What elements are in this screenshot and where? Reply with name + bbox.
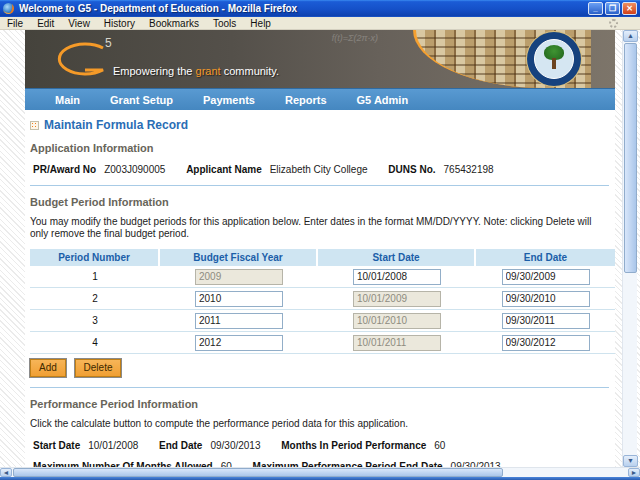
horizontal-scrollbar[interactable]: ◄ ► — [0, 467, 640, 477]
start-date-input-3[interactable] — [353, 313, 441, 329]
page-title: Maintain Formula Record — [30, 118, 609, 132]
start-date-input-1[interactable] — [353, 269, 441, 285]
delete-button[interactable]: Delete — [75, 359, 122, 377]
table-row: 1 — [30, 266, 615, 288]
throbber-icon — [609, 19, 618, 28]
scroll-up-arrow[interactable]: ▲ — [623, 30, 638, 42]
restore-button[interactable]: ❐ — [605, 2, 620, 15]
close-button[interactable]: ✕ — [622, 2, 637, 15]
col-budget-fiscal-year: Budget Fiscal Year — [160, 249, 318, 266]
add-button[interactable]: Add — [30, 359, 66, 377]
firefox-window: Welcome to G5 - Department of Education … — [0, 0, 640, 480]
scroll-down-arrow[interactable]: ▼ — [623, 455, 638, 467]
performance-instructions: Click the calculate button to compute th… — [30, 418, 608, 430]
menubar: File Edit View History Bookmarks Tools H… — [0, 17, 640, 30]
end-date-input-1[interactable] — [502, 269, 590, 285]
nav-g5-admin[interactable]: G5 Admin — [357, 94, 409, 106]
horizontal-scroll-thumb[interactable] — [13, 468, 503, 477]
window-title: Welcome to G5 - Department of Education … — [19, 3, 297, 14]
section-divider — [30, 185, 609, 186]
period-number: 4 — [30, 332, 160, 354]
g5-banner: f(t)=Σ(2π·x) 5 Empowering the grant comm… — [25, 30, 615, 88]
nav-grant-setup[interactable]: Grant Setup — [110, 94, 173, 106]
vertical-scroll-thumb[interactable] — [624, 43, 637, 273]
table-row: 4 — [30, 332, 615, 354]
end-date-value: 09/30/2013 — [210, 440, 260, 451]
budget-instructions: You may modify the budget periods for th… — [30, 216, 608, 240]
table-row: 2 — [30, 288, 615, 310]
page-content: Maintain Formula Record Application Info… — [25, 110, 615, 467]
end-date-label: End Date — [159, 440, 202, 451]
nav-payments[interactable]: Payments — [203, 94, 255, 106]
col-period-number: Period Number — [30, 249, 160, 266]
firefox-icon — [3, 3, 14, 14]
end-date-input-4[interactable] — [502, 335, 590, 351]
months-in-period-label: Months In Period Performance — [281, 440, 426, 451]
form-icon — [30, 121, 39, 130]
col-end-date: End Date — [476, 249, 615, 266]
table-header-row: Period Number Budget Fiscal Year Start D… — [30, 249, 615, 266]
nav-main[interactable]: Main — [55, 94, 80, 106]
start-date-input-4[interactable] — [353, 335, 441, 351]
budget-period-heading: Budget Period Information — [30, 196, 609, 208]
vertical-scrollbar[interactable]: ▲ ▼ — [622, 30, 637, 467]
performance-period-heading: Performance Period Information — [30, 398, 609, 410]
application-info-row: PR/Award NoZ003J090005 Applicant NameEli… — [33, 164, 609, 175]
performance-summary-row-1: Start Date10/01/2008 End Date09/30/2013 … — [33, 440, 609, 451]
menu-bookmarks[interactable]: Bookmarks — [142, 17, 206, 30]
period-number: 3 — [30, 310, 160, 332]
menu-view[interactable]: View — [61, 17, 97, 30]
col-start-date: Start Date — [318, 249, 476, 266]
fiscal-year-input-2[interactable] — [195, 291, 283, 307]
start-date-value: 10/01/2008 — [88, 440, 138, 451]
start-date-input-2[interactable] — [353, 291, 441, 307]
start-date-label: Start Date — [33, 440, 80, 451]
pr-award-value: Z003J090005 — [104, 164, 165, 175]
application-info-heading: Application Information — [30, 142, 609, 154]
duns-label: DUNS No. — [388, 164, 435, 175]
section-divider — [30, 387, 609, 388]
duns-value: 765432198 — [444, 164, 494, 175]
menu-edit[interactable]: Edit — [30, 17, 61, 30]
end-date-input-2[interactable] — [502, 291, 590, 307]
window-titlebar[interactable]: Welcome to G5 - Department of Education … — [0, 0, 640, 17]
page-viewport: f(t)=Σ(2π·x) 5 Empowering the grant comm… — [0, 30, 640, 467]
dept-of-education-seal-icon — [527, 32, 581, 86]
fiscal-year-input-4[interactable] — [195, 335, 283, 351]
period-number: 1 — [30, 266, 160, 288]
banner-tagline: Empowering the grant community. — [113, 65, 279, 77]
table-row: 3 — [30, 310, 615, 332]
budget-period-table: Period Number Budget Fiscal Year Start D… — [30, 249, 615, 354]
menu-file[interactable]: File — [0, 17, 30, 30]
minimize-button[interactable]: _ — [588, 2, 603, 15]
fiscal-year-input-1[interactable] — [195, 269, 283, 285]
end-date-input-3[interactable] — [502, 313, 590, 329]
scroll-right-arrow[interactable]: ► — [628, 468, 640, 477]
applicant-name-label: Applicant Name — [186, 164, 262, 175]
g5-logo-number: 5 — [105, 36, 112, 50]
chalkboard-formula: f(t)=Σ(2π·x) — [332, 33, 378, 43]
period-number: 2 — [30, 288, 160, 310]
g5-logo-icon — [47, 41, 111, 81]
main-navbar: Main Grant Setup Payments Reports G5 Adm… — [25, 88, 615, 110]
fiscal-year-input-3[interactable] — [195, 313, 283, 329]
scroll-left-arrow[interactable]: ◄ — [0, 468, 12, 477]
pr-award-label: PR/Award No — [33, 164, 96, 175]
menu-help[interactable]: Help — [243, 17, 278, 30]
months-in-period-value: 60 — [434, 440, 445, 451]
nav-reports[interactable]: Reports — [285, 94, 327, 106]
applicant-name-value: Elizabeth City College — [270, 164, 368, 175]
menu-tools[interactable]: Tools — [206, 17, 243, 30]
menu-history[interactable]: History — [97, 17, 142, 30]
